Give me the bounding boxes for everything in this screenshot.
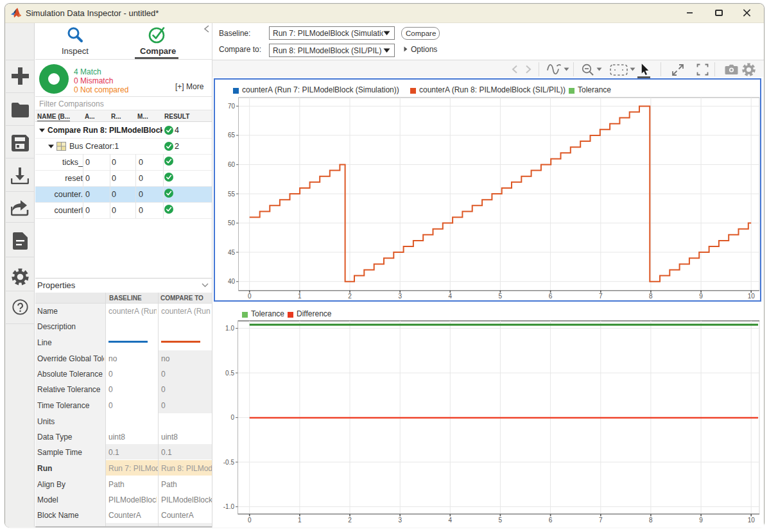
- svg-text:60: 60: [228, 161, 236, 168]
- svg-text:7: 7: [599, 517, 603, 524]
- svg-text:6: 6: [549, 293, 553, 300]
- svg-text:1: 1: [298, 517, 302, 524]
- svg-text:50: 50: [228, 219, 236, 227]
- svg-text:55: 55: [228, 191, 236, 198]
- svg-text:8: 8: [649, 517, 653, 524]
- svg-text:1: 1: [298, 293, 302, 300]
- svg-text:6: 6: [549, 517, 553, 524]
- svg-text:0: 0: [248, 517, 252, 524]
- svg-text:40: 40: [228, 278, 236, 285]
- svg-text:5: 5: [499, 293, 503, 300]
- svg-text:45: 45: [228, 249, 236, 256]
- svg-text:3: 3: [398, 517, 402, 524]
- svg-text:1.0: 1.0: [225, 325, 234, 332]
- svg-text:4: 4: [449, 293, 453, 300]
- svg-text:8: 8: [649, 293, 653, 300]
- svg-text:9: 9: [699, 517, 703, 524]
- svg-text:4: 4: [449, 517, 453, 524]
- svg-text:0: 0: [230, 414, 234, 421]
- svg-text:10: 10: [748, 293, 756, 300]
- svg-text:10: 10: [748, 517, 756, 524]
- svg-text:-0.5: -0.5: [223, 459, 235, 466]
- svg-text:9: 9: [699, 293, 703, 300]
- svg-text:0: 0: [248, 293, 252, 300]
- svg-text:70: 70: [228, 103, 236, 110]
- svg-text:65: 65: [228, 132, 236, 139]
- svg-text:3: 3: [398, 293, 402, 300]
- svg-text:2: 2: [348, 517, 352, 524]
- svg-text:-1.0: -1.0: [223, 503, 235, 510]
- svg-text:7: 7: [599, 293, 603, 300]
- svg-text:5: 5: [499, 517, 503, 524]
- svg-text:0.5: 0.5: [225, 370, 234, 377]
- svg-text:2: 2: [348, 293, 352, 300]
